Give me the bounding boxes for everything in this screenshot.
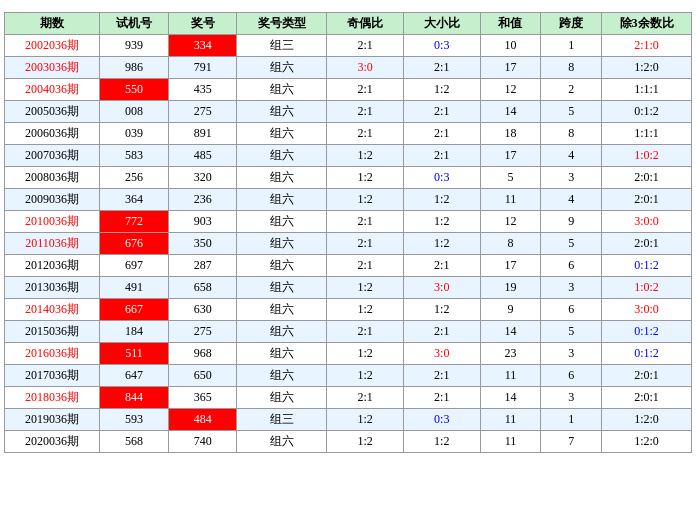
table-row: 2020036期568740组六1:21:21171:2:0 (5, 431, 692, 453)
type-cell: 组六 (237, 167, 327, 189)
period-cell: 2012036期 (5, 255, 100, 277)
type-cell: 组六 (237, 189, 327, 211)
trial-cell: 550 (100, 79, 169, 101)
type-cell: 组六 (237, 255, 327, 277)
span-cell: 3 (541, 343, 602, 365)
table-row: 2002036期939334组三2:10:31012:1:0 (5, 35, 692, 57)
size-cell: 0:3 (403, 35, 480, 57)
period-cell: 2020036期 (5, 431, 100, 453)
trial-cell: 008 (100, 101, 169, 123)
sum-cell: 23 (480, 343, 541, 365)
trial-cell: 568 (100, 431, 169, 453)
prize-cell: 275 (168, 101, 237, 123)
header-row: 期数试机号奖号奖号类型奇偶比大小比和值跨度除3余数比 (5, 13, 692, 35)
sum-cell: 12 (480, 79, 541, 101)
prize-cell: 334 (168, 35, 237, 57)
prize-cell: 658 (168, 277, 237, 299)
sum-cell: 17 (480, 57, 541, 79)
span-cell: 9 (541, 211, 602, 233)
mod-cell: 2:0:1 (602, 365, 692, 387)
sum-cell: 8 (480, 233, 541, 255)
table-row: 2011036期676350组六2:11:2852:0:1 (5, 233, 692, 255)
span-cell: 1 (541, 35, 602, 57)
type-cell: 组六 (237, 211, 327, 233)
trial-cell: 986 (100, 57, 169, 79)
type-cell: 组六 (237, 321, 327, 343)
period-cell: 2009036期 (5, 189, 100, 211)
table-row: 2017036期647650组六1:22:11162:0:1 (5, 365, 692, 387)
sum-cell: 17 (480, 255, 541, 277)
mod-cell: 1:0:2 (602, 145, 692, 167)
span-cell: 7 (541, 431, 602, 453)
header-cell: 奖号 (168, 13, 237, 35)
odd-cell: 2:1 (327, 101, 404, 123)
span-cell: 1 (541, 409, 602, 431)
type-cell: 组六 (237, 277, 327, 299)
size-cell: 2:1 (403, 57, 480, 79)
type-cell: 组六 (237, 365, 327, 387)
sum-cell: 10 (480, 35, 541, 57)
period-cell: 2004036期 (5, 79, 100, 101)
trial-cell: 511 (100, 343, 169, 365)
size-cell: 2:1 (403, 255, 480, 277)
period-cell: 2006036期 (5, 123, 100, 145)
mod-cell: 2:0:1 (602, 233, 692, 255)
table-row: 2012036期697287组六2:12:11760:1:2 (5, 255, 692, 277)
trial-cell: 697 (100, 255, 169, 277)
size-cell: 2:1 (403, 365, 480, 387)
mod-cell: 1:1:1 (602, 123, 692, 145)
odd-cell: 1:2 (327, 409, 404, 431)
header-cell: 试机号 (100, 13, 169, 35)
sum-cell: 17 (480, 145, 541, 167)
table-row: 2019036期593484组三1:20:31111:2:0 (5, 409, 692, 431)
prize-cell: 740 (168, 431, 237, 453)
span-cell: 8 (541, 57, 602, 79)
mod-cell: 2:0:1 (602, 387, 692, 409)
period-cell: 2011036期 (5, 233, 100, 255)
odd-cell: 2:1 (327, 321, 404, 343)
trial-cell: 667 (100, 299, 169, 321)
table-row: 2008036期256320组六1:20:3532:0:1 (5, 167, 692, 189)
table-row: 2010036期772903组六2:11:21293:0:0 (5, 211, 692, 233)
mod-cell: 0:1:2 (602, 101, 692, 123)
size-cell: 1:2 (403, 211, 480, 233)
span-cell: 3 (541, 277, 602, 299)
prize-cell: 968 (168, 343, 237, 365)
size-cell: 0:3 (403, 409, 480, 431)
size-cell: 2:1 (403, 123, 480, 145)
header-cell: 奇偶比 (327, 13, 404, 35)
size-cell: 1:2 (403, 299, 480, 321)
mod-cell: 0:1:2 (602, 321, 692, 343)
table-row: 2009036期364236组六1:21:21142:0:1 (5, 189, 692, 211)
span-cell: 4 (541, 189, 602, 211)
table-row: 2016036期511968组六1:23:02330:1:2 (5, 343, 692, 365)
type-cell: 组三 (237, 35, 327, 57)
odd-cell: 1:2 (327, 145, 404, 167)
odd-cell: 2:1 (327, 123, 404, 145)
page-title (4, 4, 692, 12)
sum-cell: 5 (480, 167, 541, 189)
period-cell: 2013036期 (5, 277, 100, 299)
table-row: 2018036期844365组六2:12:11432:0:1 (5, 387, 692, 409)
trial-cell: 593 (100, 409, 169, 431)
period-cell: 2014036期 (5, 299, 100, 321)
trial-cell: 647 (100, 365, 169, 387)
span-cell: 6 (541, 299, 602, 321)
odd-cell: 2:1 (327, 79, 404, 101)
trial-cell: 772 (100, 211, 169, 233)
prize-cell: 903 (168, 211, 237, 233)
odd-cell: 2:1 (327, 233, 404, 255)
odd-cell: 2:1 (327, 35, 404, 57)
period-cell: 2008036期 (5, 167, 100, 189)
odd-cell: 2:1 (327, 255, 404, 277)
prize-cell: 365 (168, 387, 237, 409)
period-cell: 2015036期 (5, 321, 100, 343)
prize-cell: 287 (168, 255, 237, 277)
sum-cell: 11 (480, 365, 541, 387)
trial-cell: 184 (100, 321, 169, 343)
period-cell: 2018036期 (5, 387, 100, 409)
type-cell: 组六 (237, 79, 327, 101)
type-cell: 组六 (237, 233, 327, 255)
size-cell: 1:2 (403, 79, 480, 101)
mod-cell: 2:0:1 (602, 189, 692, 211)
